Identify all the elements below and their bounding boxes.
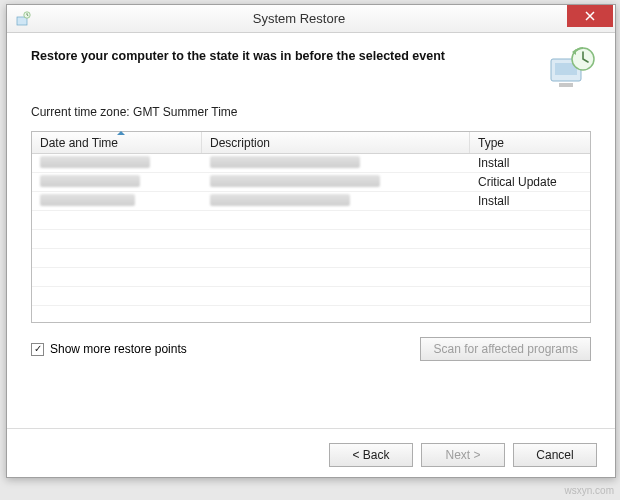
watermark: wsxyn.com	[565, 485, 614, 496]
cell-type: Critical Update	[470, 175, 590, 189]
cell-date-time	[32, 175, 202, 190]
timezone-label: Current time zone: GMT Summer Time	[31, 105, 591, 119]
table-row[interactable]: Critical Update	[32, 173, 590, 192]
page-headline: Restore your computer to the state it wa…	[31, 49, 461, 63]
close-button[interactable]	[567, 5, 613, 27]
table-row[interactable]	[32, 287, 590, 306]
table-body: Install Critical Update Install	[32, 154, 590, 306]
table-row[interactable]	[32, 211, 590, 230]
close-icon	[585, 11, 595, 21]
cell-type: Install	[470, 156, 590, 170]
cell-date-time	[32, 156, 202, 171]
content-area: Restore your computer to the state it wa…	[7, 33, 615, 371]
cell-description	[202, 175, 470, 190]
column-header-date-time-label: Date and Time	[40, 136, 118, 150]
cell-date-time	[32, 194, 202, 209]
cell-description	[202, 194, 470, 209]
table-header: Date and Time Description Type	[32, 132, 590, 154]
table-row[interactable]	[32, 230, 590, 249]
table-row[interactable]	[32, 249, 590, 268]
table-row[interactable]	[32, 268, 590, 287]
svg-rect-4	[559, 83, 573, 87]
window-title: System Restore	[31, 11, 567, 26]
divider	[7, 428, 615, 429]
sort-indicator-icon	[117, 131, 125, 135]
table-row[interactable]: Install	[32, 154, 590, 173]
next-button[interactable]: Next >	[421, 443, 505, 467]
checkbox-icon: ✓	[31, 343, 44, 356]
show-more-label: Show more restore points	[50, 342, 187, 356]
back-button[interactable]: < Back	[329, 443, 413, 467]
table-footer-row: ✓ Show more restore points Scan for affe…	[31, 337, 591, 361]
cancel-button[interactable]: Cancel	[513, 443, 597, 467]
system-restore-icon	[15, 11, 31, 27]
scan-affected-programs-button[interactable]: Scan for affected programs	[420, 337, 591, 361]
column-header-description[interactable]: Description	[202, 132, 470, 153]
wizard-buttons: < Back Next > Cancel	[329, 443, 597, 467]
cell-type: Install	[470, 194, 590, 208]
column-header-type[interactable]: Type	[470, 132, 590, 153]
table-row[interactable]: Install	[32, 192, 590, 211]
system-restore-window: System Restore Restore your computer to …	[6, 4, 616, 478]
show-more-restore-points-checkbox[interactable]: ✓ Show more restore points	[31, 342, 187, 356]
column-header-date-time[interactable]: Date and Time	[32, 132, 202, 153]
cell-description	[202, 156, 470, 171]
restore-points-table[interactable]: Date and Time Description Type Install C…	[31, 131, 591, 323]
titlebar: System Restore	[7, 5, 615, 33]
system-restore-hero-icon	[545, 43, 597, 95]
